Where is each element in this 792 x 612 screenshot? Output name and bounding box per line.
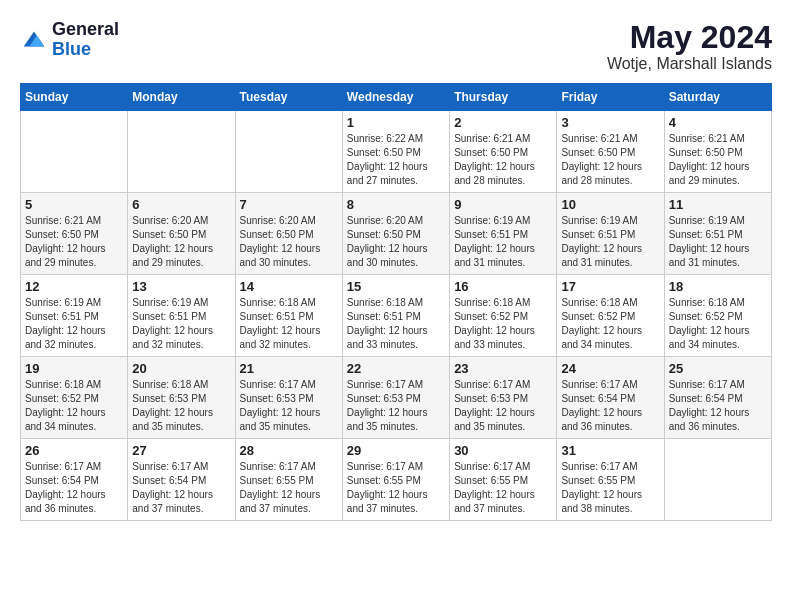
day-number: 5 bbox=[25, 197, 123, 212]
day-info: Sunrise: 6:20 AM Sunset: 6:50 PM Dayligh… bbox=[132, 214, 230, 270]
calendar-cell: 30Sunrise: 6:17 AM Sunset: 6:55 PM Dayli… bbox=[450, 439, 557, 521]
calendar-cell bbox=[128, 111, 235, 193]
day-number: 30 bbox=[454, 443, 552, 458]
calendar-cell: 27Sunrise: 6:17 AM Sunset: 6:54 PM Dayli… bbox=[128, 439, 235, 521]
day-info: Sunrise: 6:18 AM Sunset: 6:53 PM Dayligh… bbox=[132, 378, 230, 434]
day-info: Sunrise: 6:17 AM Sunset: 6:53 PM Dayligh… bbox=[454, 378, 552, 434]
calendar-cell: 3Sunrise: 6:21 AM Sunset: 6:50 PM Daylig… bbox=[557, 111, 664, 193]
day-number: 24 bbox=[561, 361, 659, 376]
calendar-cell: 10Sunrise: 6:19 AM Sunset: 6:51 PM Dayli… bbox=[557, 193, 664, 275]
calendar-cell: 12Sunrise: 6:19 AM Sunset: 6:51 PM Dayli… bbox=[21, 275, 128, 357]
day-number: 29 bbox=[347, 443, 445, 458]
day-info: Sunrise: 6:17 AM Sunset: 6:55 PM Dayligh… bbox=[240, 460, 338, 516]
day-number: 19 bbox=[25, 361, 123, 376]
weekday-header-sunday: Sunday bbox=[21, 84, 128, 111]
day-info: Sunrise: 6:21 AM Sunset: 6:50 PM Dayligh… bbox=[561, 132, 659, 188]
logo-icon bbox=[20, 26, 48, 54]
day-info: Sunrise: 6:17 AM Sunset: 6:55 PM Dayligh… bbox=[347, 460, 445, 516]
calendar-cell: 24Sunrise: 6:17 AM Sunset: 6:54 PM Dayli… bbox=[557, 357, 664, 439]
calendar-cell bbox=[21, 111, 128, 193]
calendar-cell: 2Sunrise: 6:21 AM Sunset: 6:50 PM Daylig… bbox=[450, 111, 557, 193]
day-info: Sunrise: 6:19 AM Sunset: 6:51 PM Dayligh… bbox=[454, 214, 552, 270]
calendar-cell: 11Sunrise: 6:19 AM Sunset: 6:51 PM Dayli… bbox=[664, 193, 771, 275]
calendar-cell: 1Sunrise: 6:22 AM Sunset: 6:50 PM Daylig… bbox=[342, 111, 449, 193]
calendar-week-row: 26Sunrise: 6:17 AM Sunset: 6:54 PM Dayli… bbox=[21, 439, 772, 521]
day-number: 7 bbox=[240, 197, 338, 212]
day-info: Sunrise: 6:17 AM Sunset: 6:54 PM Dayligh… bbox=[25, 460, 123, 516]
day-info: Sunrise: 6:17 AM Sunset: 6:54 PM Dayligh… bbox=[132, 460, 230, 516]
day-number: 6 bbox=[132, 197, 230, 212]
calendar-cell: 4Sunrise: 6:21 AM Sunset: 6:50 PM Daylig… bbox=[664, 111, 771, 193]
day-number: 25 bbox=[669, 361, 767, 376]
day-info: Sunrise: 6:17 AM Sunset: 6:53 PM Dayligh… bbox=[240, 378, 338, 434]
calendar-cell: 21Sunrise: 6:17 AM Sunset: 6:53 PM Dayli… bbox=[235, 357, 342, 439]
calendar-cell: 23Sunrise: 6:17 AM Sunset: 6:53 PM Dayli… bbox=[450, 357, 557, 439]
day-info: Sunrise: 6:18 AM Sunset: 6:52 PM Dayligh… bbox=[25, 378, 123, 434]
day-number: 20 bbox=[132, 361, 230, 376]
calendar-week-row: 12Sunrise: 6:19 AM Sunset: 6:51 PM Dayli… bbox=[21, 275, 772, 357]
day-number: 1 bbox=[347, 115, 445, 130]
day-info: Sunrise: 6:21 AM Sunset: 6:50 PM Dayligh… bbox=[25, 214, 123, 270]
weekday-header-wednesday: Wednesday bbox=[342, 84, 449, 111]
calendar-cell: 25Sunrise: 6:17 AM Sunset: 6:54 PM Dayli… bbox=[664, 357, 771, 439]
day-info: Sunrise: 6:20 AM Sunset: 6:50 PM Dayligh… bbox=[347, 214, 445, 270]
calendar-week-row: 5Sunrise: 6:21 AM Sunset: 6:50 PM Daylig… bbox=[21, 193, 772, 275]
calendar-week-row: 19Sunrise: 6:18 AM Sunset: 6:52 PM Dayli… bbox=[21, 357, 772, 439]
day-info: Sunrise: 6:18 AM Sunset: 6:52 PM Dayligh… bbox=[669, 296, 767, 352]
day-info: Sunrise: 6:19 AM Sunset: 6:51 PM Dayligh… bbox=[669, 214, 767, 270]
day-number: 23 bbox=[454, 361, 552, 376]
calendar-cell bbox=[235, 111, 342, 193]
calendar-cell: 7Sunrise: 6:20 AM Sunset: 6:50 PM Daylig… bbox=[235, 193, 342, 275]
day-number: 14 bbox=[240, 279, 338, 294]
calendar-cell: 9Sunrise: 6:19 AM Sunset: 6:51 PM Daylig… bbox=[450, 193, 557, 275]
day-number: 18 bbox=[669, 279, 767, 294]
calendar-cell: 20Sunrise: 6:18 AM Sunset: 6:53 PM Dayli… bbox=[128, 357, 235, 439]
calendar-cell: 14Sunrise: 6:18 AM Sunset: 6:51 PM Dayli… bbox=[235, 275, 342, 357]
day-number: 11 bbox=[669, 197, 767, 212]
calendar-cell: 13Sunrise: 6:19 AM Sunset: 6:51 PM Dayli… bbox=[128, 275, 235, 357]
day-number: 31 bbox=[561, 443, 659, 458]
day-number: 15 bbox=[347, 279, 445, 294]
calendar-week-row: 1Sunrise: 6:22 AM Sunset: 6:50 PM Daylig… bbox=[21, 111, 772, 193]
logo-blue-text: Blue bbox=[52, 40, 119, 60]
day-number: 12 bbox=[25, 279, 123, 294]
day-number: 26 bbox=[25, 443, 123, 458]
day-number: 8 bbox=[347, 197, 445, 212]
day-info: Sunrise: 6:17 AM Sunset: 6:55 PM Dayligh… bbox=[454, 460, 552, 516]
day-number: 17 bbox=[561, 279, 659, 294]
month-year-title: May 2024 bbox=[607, 20, 772, 55]
day-info: Sunrise: 6:17 AM Sunset: 6:53 PM Dayligh… bbox=[347, 378, 445, 434]
day-info: Sunrise: 6:21 AM Sunset: 6:50 PM Dayligh… bbox=[669, 132, 767, 188]
day-number: 10 bbox=[561, 197, 659, 212]
title-block: May 2024 Wotje, Marshall Islands bbox=[607, 20, 772, 73]
calendar-cell: 5Sunrise: 6:21 AM Sunset: 6:50 PM Daylig… bbox=[21, 193, 128, 275]
weekday-header-monday: Monday bbox=[128, 84, 235, 111]
day-info: Sunrise: 6:21 AM Sunset: 6:50 PM Dayligh… bbox=[454, 132, 552, 188]
weekday-header-thursday: Thursday bbox=[450, 84, 557, 111]
calendar-cell bbox=[664, 439, 771, 521]
day-number: 9 bbox=[454, 197, 552, 212]
day-number: 4 bbox=[669, 115, 767, 130]
day-info: Sunrise: 6:17 AM Sunset: 6:54 PM Dayligh… bbox=[669, 378, 767, 434]
weekday-header-saturday: Saturday bbox=[664, 84, 771, 111]
day-number: 22 bbox=[347, 361, 445, 376]
weekday-header-row: SundayMondayTuesdayWednesdayThursdayFrid… bbox=[21, 84, 772, 111]
day-info: Sunrise: 6:22 AM Sunset: 6:50 PM Dayligh… bbox=[347, 132, 445, 188]
calendar-table: SundayMondayTuesdayWednesdayThursdayFrid… bbox=[20, 83, 772, 521]
day-info: Sunrise: 6:18 AM Sunset: 6:52 PM Dayligh… bbox=[561, 296, 659, 352]
weekday-header-tuesday: Tuesday bbox=[235, 84, 342, 111]
day-number: 28 bbox=[240, 443, 338, 458]
day-info: Sunrise: 6:19 AM Sunset: 6:51 PM Dayligh… bbox=[561, 214, 659, 270]
weekday-header-friday: Friday bbox=[557, 84, 664, 111]
day-number: 27 bbox=[132, 443, 230, 458]
logo: General Blue bbox=[20, 20, 119, 60]
calendar-cell: 18Sunrise: 6:18 AM Sunset: 6:52 PM Dayli… bbox=[664, 275, 771, 357]
calendar-cell: 15Sunrise: 6:18 AM Sunset: 6:51 PM Dayli… bbox=[342, 275, 449, 357]
day-info: Sunrise: 6:18 AM Sunset: 6:51 PM Dayligh… bbox=[240, 296, 338, 352]
calendar-cell: 8Sunrise: 6:20 AM Sunset: 6:50 PM Daylig… bbox=[342, 193, 449, 275]
day-info: Sunrise: 6:18 AM Sunset: 6:52 PM Dayligh… bbox=[454, 296, 552, 352]
day-number: 2 bbox=[454, 115, 552, 130]
calendar-cell: 19Sunrise: 6:18 AM Sunset: 6:52 PM Dayli… bbox=[21, 357, 128, 439]
day-info: Sunrise: 6:18 AM Sunset: 6:51 PM Dayligh… bbox=[347, 296, 445, 352]
day-number: 13 bbox=[132, 279, 230, 294]
